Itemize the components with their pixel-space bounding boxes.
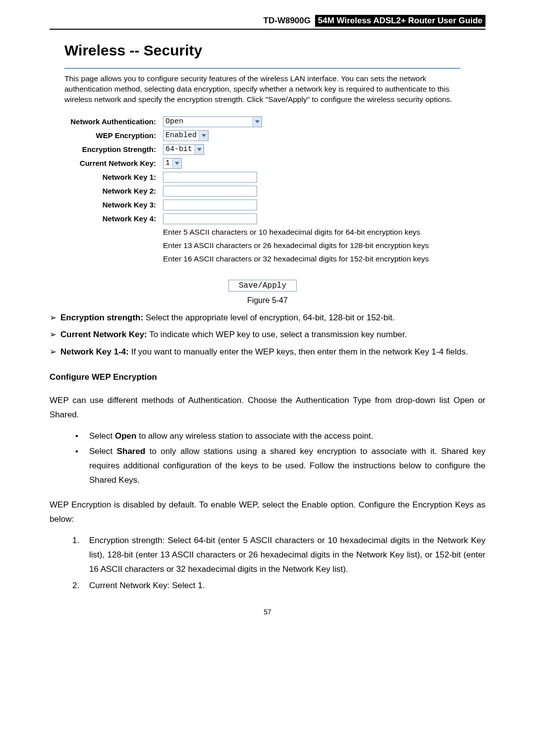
item-rest: To indicate which WEP key to use, select…: [147, 330, 407, 339]
page-number: 57: [50, 608, 485, 616]
settings-form: Network Authentication: Open WEP Encrypt…: [64, 115, 429, 266]
list-item: ➢Encryption strength: Select the appropr…: [60, 311, 485, 325]
item-bold: Open: [115, 431, 136, 441]
current-key-label: Current Network Key:: [64, 156, 163, 170]
chevron-down-icon: [199, 131, 208, 141]
item-lead: Encryption strength:: [60, 313, 143, 322]
list-item: ➢Current Network Key: To indicate which …: [60, 328, 485, 342]
item-post: to allow any wireless station to associa…: [136, 431, 373, 441]
wep-encryption-select[interactable]: Enabled: [163, 130, 209, 141]
paragraph: WEP Encryption is disabled by default. T…: [50, 498, 485, 527]
network-key3-label: Network Key 3:: [64, 198, 163, 212]
list-item: ➢Network Key 1-4: If you want to manuall…: [60, 345, 485, 359]
bullet-list: •Select Open to allow any wireless stati…: [50, 429, 485, 488]
network-key1-input[interactable]: [163, 172, 257, 183]
item-pre: Select: [89, 447, 117, 456]
feature-list: ➢Encryption strength: Select the appropr…: [50, 311, 485, 360]
document-page: TD-W8900G 54M Wireless ADSL2+ Router Use…: [0, 0, 535, 636]
chevron-down-icon: [252, 117, 262, 127]
wep-encryption-value: Enabled: [163, 131, 199, 141]
list-item: •Select Shared to only allow stations us…: [89, 445, 485, 488]
item-text: Current Network Key: Select 1.: [89, 581, 205, 590]
intro-text: This page allows you to configure securi…: [64, 74, 461, 105]
current-key-value: 1: [163, 158, 172, 168]
network-auth-value: Open: [163, 117, 252, 127]
item-bold: Shared: [117, 447, 146, 456]
encryption-strength-value: 64-bit: [163, 145, 194, 154]
list-item: •Select Open to allow any wireless stati…: [89, 429, 485, 444]
item-text: Encryption strength: Select 64-bit (ente…: [89, 536, 485, 574]
network-key2-label: Network Key 2:: [64, 184, 163, 198]
subsection-heading: Configure WEP Encryption: [50, 370, 485, 385]
network-key2-input[interactable]: [163, 186, 257, 197]
network-key4-label: Network Key 4:: [64, 212, 163, 266]
chevron-down-icon: [194, 145, 204, 154]
key-note-1: Enter 5 ASCII characters or 10 hexadecim…: [163, 227, 429, 238]
divider: [64, 68, 461, 69]
encryption-strength-select[interactable]: 64-bit: [163, 144, 204, 155]
save-apply-button[interactable]: Save/Apply: [228, 280, 297, 292]
numbered-list: 1.Encryption strength: Select 64-bit (en…: [50, 534, 485, 593]
figure-caption: Figure 5-47: [50, 296, 485, 305]
network-key4-input[interactable]: [163, 213, 257, 224]
guide-title: 54M Wireless ADSL2+ Router User Guide: [315, 15, 485, 27]
body-text: ➢Encryption strength: Select the appropr…: [50, 311, 485, 593]
item-lead: Network Key 1-4:: [60, 347, 129, 356]
paragraph: WEP can use different methods of Authent…: [50, 394, 485, 422]
network-key3-input[interactable]: [163, 200, 257, 210]
key-note-3: Enter 16 ASCII characters or 32 hexadeci…: [163, 254, 429, 264]
item-pre: Select: [89, 431, 115, 441]
list-item: 2.Current Network Key: Select 1.: [89, 579, 485, 593]
network-key1-label: Network Key 1:: [64, 170, 163, 184]
list-item: 1.Encryption strength: Select 64-bit (en…: [89, 534, 485, 577]
item-rest: If you want to manually enter the WEP ke…: [129, 347, 468, 356]
current-key-select[interactable]: 1: [163, 158, 182, 169]
item-lead: Current Network Key:: [60, 330, 147, 339]
network-auth-select[interactable]: Open: [163, 116, 262, 127]
wireless-security-screenshot: Wireless -- Security This page allows yo…: [64, 42, 461, 290]
section-heading: Wireless -- Security: [64, 42, 461, 59]
chevron-down-icon: [172, 158, 181, 168]
wep-encryption-label: WEP Encryption:: [64, 129, 163, 143]
key-note-2: Enter 13 ASCII characters or 26 hexadeci…: [163, 241, 429, 251]
encryption-strength-label: Encryption Strength:: [64, 143, 163, 156]
item-post: to only allow stations using a shared ke…: [89, 447, 485, 485]
page-header: TD-W8900G 54M Wireless ADSL2+ Router Use…: [50, 15, 485, 30]
item-rest: Select the appropriate level of encrypti…: [143, 313, 394, 322]
device-model: TD-W8900G: [264, 16, 311, 25]
network-auth-label: Network Authentication:: [64, 115, 163, 129]
